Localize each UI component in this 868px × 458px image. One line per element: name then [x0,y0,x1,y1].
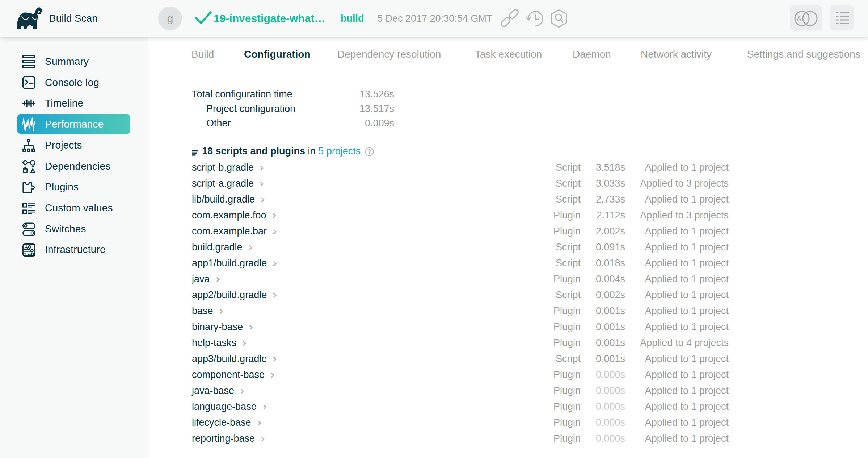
svg-text:?: ? [368,149,371,155]
svg-text:A: A [797,15,801,22]
